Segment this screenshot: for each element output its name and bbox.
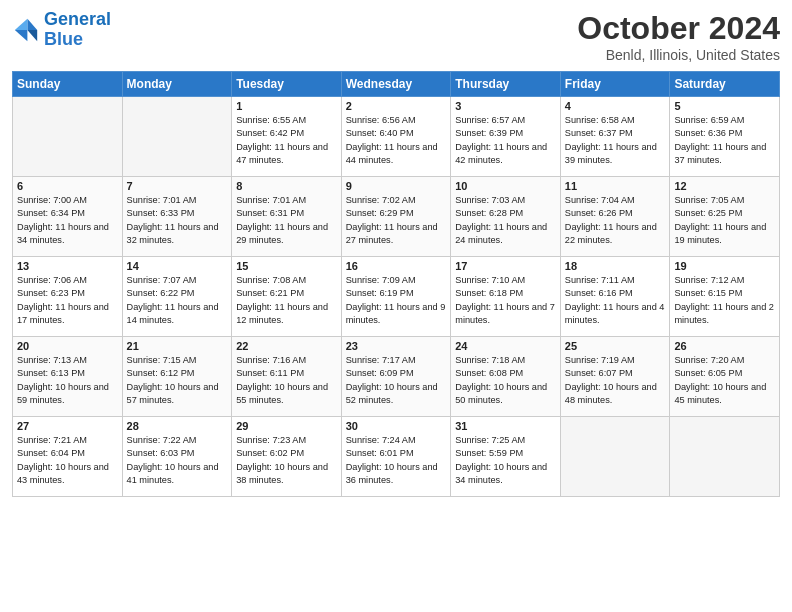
sunrise-label: Sunrise: 7:01 AM: [127, 195, 197, 205]
daylight-label: Daylight: 11 hours and 22 minutes.: [565, 222, 657, 245]
daylight-label: Daylight: 11 hours and 17 minutes.: [17, 302, 109, 325]
calendar-cell: [13, 97, 123, 177]
svg-marker-2: [15, 19, 28, 30]
day-info: Sunrise: 7:21 AMSunset: 6:04 PMDaylight:…: [17, 434, 118, 487]
daylight-label: Daylight: 10 hours and 52 minutes.: [346, 382, 438, 405]
sunrise-label: Sunrise: 6:59 AM: [674, 115, 744, 125]
calendar-cell: 3Sunrise: 6:57 AMSunset: 6:39 PMDaylight…: [451, 97, 561, 177]
daylight-label: Daylight: 11 hours and 2 minutes.: [674, 302, 774, 325]
calendar-cell: 30Sunrise: 7:24 AMSunset: 6:01 PMDayligh…: [341, 417, 451, 497]
day-info: Sunrise: 7:01 AMSunset: 6:31 PMDaylight:…: [236, 194, 337, 247]
calendar-cell: 18Sunrise: 7:11 AMSunset: 6:16 PMDayligh…: [560, 257, 670, 337]
day-info: Sunrise: 7:15 AMSunset: 6:12 PMDaylight:…: [127, 354, 228, 407]
header: General Blue October 2024 Benld, Illinoi…: [12, 10, 780, 63]
day-info: Sunrise: 7:12 AMSunset: 6:15 PMDaylight:…: [674, 274, 775, 327]
sunrise-label: Sunrise: 7:25 AM: [455, 435, 525, 445]
day-number: 2: [346, 100, 447, 112]
sunset-label: Sunset: 6:07 PM: [565, 368, 633, 378]
weekday-header-friday: Friday: [560, 72, 670, 97]
sunset-label: Sunset: 6:28 PM: [455, 208, 523, 218]
sunset-label: Sunset: 6:23 PM: [17, 288, 85, 298]
day-info: Sunrise: 7:24 AMSunset: 6:01 PMDaylight:…: [346, 434, 447, 487]
calendar-subtitle: Benld, Illinois, United States: [577, 47, 780, 63]
sunrise-label: Sunrise: 7:22 AM: [127, 435, 197, 445]
week-row-3: 13Sunrise: 7:06 AMSunset: 6:23 PMDayligh…: [13, 257, 780, 337]
sunset-label: Sunset: 6:31 PM: [236, 208, 304, 218]
sunrise-label: Sunrise: 7:21 AM: [17, 435, 87, 445]
sunrise-label: Sunrise: 7:24 AM: [346, 435, 416, 445]
title-block: October 2024 Benld, Illinois, United Sta…: [577, 10, 780, 63]
calendar-cell: [670, 417, 780, 497]
day-info: Sunrise: 7:11 AMSunset: 6:16 PMDaylight:…: [565, 274, 666, 327]
calendar-cell: 11Sunrise: 7:04 AMSunset: 6:26 PMDayligh…: [560, 177, 670, 257]
weekday-header-row: SundayMondayTuesdayWednesdayThursdayFrid…: [13, 72, 780, 97]
daylight-label: Daylight: 11 hours and 39 minutes.: [565, 142, 657, 165]
day-number: 26: [674, 340, 775, 352]
day-number: 30: [346, 420, 447, 432]
calendar-cell: [560, 417, 670, 497]
day-number: 18: [565, 260, 666, 272]
day-number: 20: [17, 340, 118, 352]
daylight-label: Daylight: 11 hours and 47 minutes.: [236, 142, 328, 165]
sunset-label: Sunset: 6:36 PM: [674, 128, 742, 138]
day-info: Sunrise: 7:01 AMSunset: 6:33 PMDaylight:…: [127, 194, 228, 247]
day-number: 19: [674, 260, 775, 272]
day-info: Sunrise: 7:09 AMSunset: 6:19 PMDaylight:…: [346, 274, 447, 327]
sunrise-label: Sunrise: 6:58 AM: [565, 115, 635, 125]
sunrise-label: Sunrise: 6:55 AM: [236, 115, 306, 125]
sunrise-label: Sunrise: 7:20 AM: [674, 355, 744, 365]
sunrise-label: Sunrise: 6:57 AM: [455, 115, 525, 125]
sunrise-label: Sunrise: 7:06 AM: [17, 275, 87, 285]
daylight-label: Daylight: 11 hours and 19 minutes.: [674, 222, 766, 245]
sunset-label: Sunset: 6:22 PM: [127, 288, 195, 298]
sunset-label: Sunset: 6:15 PM: [674, 288, 742, 298]
day-info: Sunrise: 7:19 AMSunset: 6:07 PMDaylight:…: [565, 354, 666, 407]
sunset-label: Sunset: 6:03 PM: [127, 448, 195, 458]
sunset-label: Sunset: 6:04 PM: [17, 448, 85, 458]
calendar-cell: 24Sunrise: 7:18 AMSunset: 6:08 PMDayligh…: [451, 337, 561, 417]
day-number: 27: [17, 420, 118, 432]
daylight-label: Daylight: 11 hours and 27 minutes.: [346, 222, 438, 245]
weekday-header-thursday: Thursday: [451, 72, 561, 97]
calendar-cell: 28Sunrise: 7:22 AMSunset: 6:03 PMDayligh…: [122, 417, 232, 497]
daylight-label: Daylight: 11 hours and 37 minutes.: [674, 142, 766, 165]
day-number: 6: [17, 180, 118, 192]
calendar-cell: 10Sunrise: 7:03 AMSunset: 6:28 PMDayligh…: [451, 177, 561, 257]
day-number: 7: [127, 180, 228, 192]
day-number: 16: [346, 260, 447, 272]
sunset-label: Sunset: 6:01 PM: [346, 448, 414, 458]
daylight-label: Daylight: 11 hours and 9 minutes.: [346, 302, 446, 325]
sunset-label: Sunset: 6:05 PM: [674, 368, 742, 378]
day-info: Sunrise: 7:04 AMSunset: 6:26 PMDaylight:…: [565, 194, 666, 247]
calendar-cell: 1Sunrise: 6:55 AMSunset: 6:42 PMDaylight…: [232, 97, 342, 177]
day-number: 22: [236, 340, 337, 352]
sunset-label: Sunset: 6:26 PM: [565, 208, 633, 218]
sunrise-label: Sunrise: 7:11 AM: [565, 275, 635, 285]
week-row-5: 27Sunrise: 7:21 AMSunset: 6:04 PMDayligh…: [13, 417, 780, 497]
day-info: Sunrise: 7:07 AMSunset: 6:22 PMDaylight:…: [127, 274, 228, 327]
day-number: 10: [455, 180, 556, 192]
daylight-label: Daylight: 10 hours and 45 minutes.: [674, 382, 766, 405]
calendar-cell: 29Sunrise: 7:23 AMSunset: 6:02 PMDayligh…: [232, 417, 342, 497]
day-number: 28: [127, 420, 228, 432]
day-info: Sunrise: 7:20 AMSunset: 6:05 PMDaylight:…: [674, 354, 775, 407]
day-info: Sunrise: 7:16 AMSunset: 6:11 PMDaylight:…: [236, 354, 337, 407]
svg-marker-0: [27, 19, 37, 30]
daylight-label: Daylight: 11 hours and 44 minutes.: [346, 142, 438, 165]
calendar-cell: 6Sunrise: 7:00 AMSunset: 6:34 PMDaylight…: [13, 177, 123, 257]
sunset-label: Sunset: 6:16 PM: [565, 288, 633, 298]
calendar-cell: 25Sunrise: 7:19 AMSunset: 6:07 PMDayligh…: [560, 337, 670, 417]
calendar-cell: 7Sunrise: 7:01 AMSunset: 6:33 PMDaylight…: [122, 177, 232, 257]
calendar-cell: 19Sunrise: 7:12 AMSunset: 6:15 PMDayligh…: [670, 257, 780, 337]
day-info: Sunrise: 7:23 AMSunset: 6:02 PMDaylight:…: [236, 434, 337, 487]
logo-icon: [12, 16, 40, 44]
sunrise-label: Sunrise: 7:05 AM: [674, 195, 744, 205]
sunrise-label: Sunrise: 7:17 AM: [346, 355, 416, 365]
calendar-cell: 17Sunrise: 7:10 AMSunset: 6:18 PMDayligh…: [451, 257, 561, 337]
sunset-label: Sunset: 6:09 PM: [346, 368, 414, 378]
sunset-label: Sunset: 6:42 PM: [236, 128, 304, 138]
sunrise-label: Sunrise: 7:04 AM: [565, 195, 635, 205]
sunrise-label: Sunrise: 7:09 AM: [346, 275, 416, 285]
sunrise-label: Sunrise: 7:03 AM: [455, 195, 525, 205]
day-number: 17: [455, 260, 556, 272]
